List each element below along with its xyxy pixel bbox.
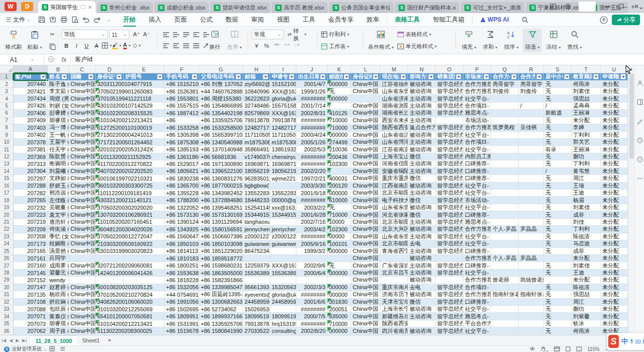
cell-U20[interactable]: 未分配 — [601, 211, 628, 218]
maximize-button[interactable]: ❐ — [614, 1, 629, 13]
cell-T26[interactable]: 未分配 — [572, 255, 601, 262]
header-cell-E[interactable]: 护照号 — [124, 73, 165, 80]
cell-J18[interactable]: ######## — [296, 197, 328, 204]
cell-F32[interactable]: +86 19910568 — [165, 299, 199, 306]
cell-A22[interactable]: 207209 — [14, 226, 48, 233]
cell-P11[interactable]: 社交平台- — [463, 146, 491, 153]
cell-D9[interactable]: 271302200004241013 — [96, 132, 124, 139]
cell-J25[interactable]: 1999/3/2 — [296, 248, 328, 255]
cell-G6[interactable]: +86 1354402198 — [199, 110, 243, 117]
cell-R26[interactable]: 罗晶晶 — [519, 255, 544, 262]
cell-H35[interactable]: 799138782 — [243, 320, 270, 327]
cell-B28[interactable]: 梁馨元 (女 — [48, 270, 69, 277]
header-cell-F[interactable]: 手机号码 — [165, 73, 199, 80]
cell-C26[interactable] — [69, 255, 96, 262]
cell-N32[interactable]: 微信 — [408, 299, 436, 306]
cell-F20[interactable]: +86 15731301 — [165, 211, 199, 218]
cell-S13[interactable]: 无 — [544, 160, 572, 167]
cell-M26[interactable] — [380, 255, 408, 262]
row-number-30[interactable]: 30 — [0, 284, 14, 291]
cell-Q5[interactable] — [491, 103, 519, 110]
cell-F5[interactable]: +86 15575158 — [165, 103, 199, 110]
cell-J24[interactable]: 2005/9/16 — [296, 240, 328, 247]
number-format-select[interactable]: 常规⌄ — [252, 30, 284, 39]
align-bottom-icon[interactable] — [181, 30, 191, 39]
cell-L17[interactable]: China中国 — [351, 190, 380, 197]
cell-G16[interactable]: +86 1877000215 — [199, 183, 243, 190]
file-tab-0[interactable]: S英国留学生🖵✕ — [38, 1, 96, 13]
cell-H33[interactable]: 150269534 — [243, 306, 270, 313]
cell-T30[interactable]: 陈祖清 — [572, 284, 601, 291]
cell-H30[interactable]: 956613934 — [243, 284, 270, 291]
cell-A9[interactable]: 207402 — [14, 132, 48, 139]
cell-G18[interactable]: +86 1372884680 — [199, 197, 243, 204]
cell-I26[interactable] — [270, 255, 296, 262]
cell-I30[interactable]: 153205639 — [270, 284, 296, 291]
cell-C33[interactable]: China中国 — [69, 306, 96, 313]
cell-R18[interactable] — [519, 197, 544, 204]
cell-N25[interactable]: 主动咨询 — [408, 248, 436, 255]
row-number-22[interactable]: 22 — [0, 226, 14, 233]
cell-D5[interactable]: 430103200107142529 — [96, 103, 124, 110]
cell-L32[interactable]: China中国 — [351, 299, 380, 306]
cell-G10[interactable]: +86 1340540988 — [199, 139, 243, 146]
cell-G24[interactable]: +86 1850103098 — [199, 240, 243, 247]
cell-G4[interactable]: +86 周煜155380 — [199, 95, 243, 102]
cell-S14[interactable]: / — [544, 168, 572, 175]
cell-D31[interactable]: 370105200210270824 — [96, 291, 124, 298]
cell-R5[interactable]: / — [519, 103, 544, 110]
cell-M9[interactable]: 山东省临沂 — [380, 132, 408, 139]
ime-mic-icon[interactable] — [630, 338, 633, 344]
cell-K30[interactable]: 000000 — [328, 284, 351, 291]
cell-J10[interactable]: 2005/1/26 — [296, 139, 328, 146]
cell-I8[interactable]: 124827175 — [270, 124, 296, 131]
cell-C19[interactable]: China中国 — [69, 204, 96, 211]
cell-J22[interactable]: 2003/4/2 — [296, 226, 328, 233]
cell-T4[interactable]: 强思喆 — [572, 95, 601, 102]
cell-H2[interactable]: ziyi5692@( — [243, 80, 270, 87]
cell-C18[interactable]: China中国 — [69, 197, 96, 204]
italic-button[interactable]: I — [71, 41, 82, 50]
cell-R7[interactable] — [519, 117, 544, 124]
cell-O6[interactable]: 留学总经办 — [436, 110, 463, 117]
cell-I22[interactable]: jennychen' — [270, 226, 296, 233]
row-number-20[interactable]: 20 — [0, 211, 14, 218]
cell-G5[interactable]: +86 1354866895 — [199, 103, 243, 110]
cell-S16[interactable]: 无 — [544, 183, 572, 190]
cell-C27[interactable]: China中国 — [69, 262, 96, 269]
cell-K25[interactable]: 000000 — [328, 248, 351, 255]
wrap-text-button[interactable]: 换行 — [206, 29, 223, 52]
cell-T23[interactable]: 陈祖清 — [572, 233, 601, 240]
cell-O33[interactable]: 留学总经办 — [436, 306, 463, 313]
header-cell-C[interactable]: 国籍 — [69, 73, 96, 80]
cell-B27[interactable]: 成雨霁 (女 — [48, 262, 69, 269]
cell-N30[interactable]: 去电 — [408, 284, 436, 291]
cell-Q33[interactable] — [491, 306, 519, 313]
cell-B35[interactable]: 胡睿琪 (女 — [48, 320, 69, 327]
cell-G7[interactable]: +86 1335925706 — [199, 117, 243, 124]
cell-I9[interactable]: 117110505 — [270, 132, 296, 139]
ribbon-排序-button[interactable]: AZ排序▾ — [502, 29, 521, 52]
formula-input[interactable]: 客户id — [75, 55, 93, 64]
row-number-35[interactable]: 35 — [0, 320, 14, 327]
cell-C28[interactable]: China中国 — [69, 270, 96, 277]
cell-F30[interactable]: +86 15320563 — [165, 284, 199, 291]
contact-icon[interactable] — [635, 75, 644, 91]
cell-U19[interactable]: 未分配 — [601, 204, 628, 211]
cell-H23[interactable]: z20001227 — [243, 233, 270, 240]
cell-T15[interactable]: 周江 — [572, 175, 601, 182]
cell-M20[interactable]: 河北省张家 — [380, 211, 408, 218]
cell-F6[interactable]: +86 18874129 — [165, 110, 199, 117]
cell-P30[interactable]: 合作项目- — [463, 284, 491, 291]
qat-more-icon[interactable]: ⌄ — [103, 15, 114, 25]
first-sheet-icon[interactable]: |◀ — [2, 338, 6, 343]
row-number-5[interactable]: 5 — [0, 103, 14, 110]
cell-J8[interactable]: ######## — [296, 124, 328, 131]
cell-I27[interactable]: XXX@163. — [270, 262, 296, 269]
cell-O14[interactable]: 留学总经办 — [436, 168, 463, 175]
cell-U24[interactable]: 未分配 — [601, 240, 628, 247]
filter-dropdown-icon[interactable] — [88, 74, 94, 79]
cell-F11[interactable]: +86 13851932 — [165, 146, 199, 153]
cell-M17[interactable]: 北京市朝阳 — [380, 190, 408, 197]
cell-F26[interactable]: +86 18101832 — [165, 255, 199, 262]
